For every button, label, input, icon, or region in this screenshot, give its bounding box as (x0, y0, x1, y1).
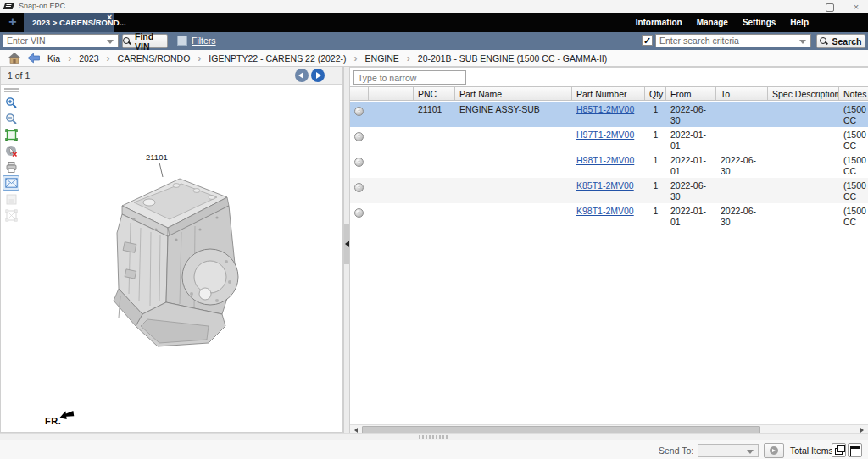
export-icon (3, 191, 19, 207)
col-header-qty[interactable]: Qty (645, 87, 666, 100)
table-row[interactable]: 21101 ENGINE ASSY-SUB H85T1-2MV00 1 2022… (350, 102, 868, 127)
expand-row-icon[interactable] (354, 132, 364, 141)
horizontal-splitter[interactable] (0, 433, 868, 440)
send-button[interactable] (764, 443, 784, 458)
chevron-separator-icon: › (198, 53, 201, 64)
menu-help[interactable]: Help (790, 18, 809, 27)
email-icon[interactable] (3, 175, 19, 191)
part-number-link[interactable]: H98T1-2MV00 (576, 155, 634, 165)
minimize-icon[interactable] (797, 2, 807, 12)
send-to-combobox[interactable] (698, 444, 759, 457)
col-header-pnc[interactable]: PNC (414, 87, 455, 100)
menu-settings[interactable]: Settings (743, 18, 776, 27)
breadcrumb-catalog[interactable]: IGENPTY22 - CARENS 22 (2022-) (209, 53, 346, 64)
part-number-link[interactable]: K85T1-2MV00 (576, 180, 634, 191)
splitter-grip-icon[interactable] (419, 435, 449, 439)
col-header-expand[interactable] (350, 87, 369, 100)
app-menu: Information Manage Settings Help (636, 13, 809, 32)
cell-spec (768, 127, 839, 152)
collapse-panel-icon[interactable] (345, 241, 349, 247)
part-number-link[interactable]: H97T1-2MV00 (576, 130, 634, 140)
search-bar: Find VIN Filters ✓ Search (0, 32, 868, 50)
window-icon[interactable] (848, 443, 862, 457)
tab-close-icon[interactable]: × (107, 13, 112, 22)
fit-icon[interactable] (3, 127, 19, 142)
cell-pnc: 21101 (414, 102, 455, 127)
print-icon[interactable] (3, 159, 19, 174)
search-label: Search (832, 36, 861, 47)
prev-page-icon[interactable] (295, 69, 309, 82)
cell-to (716, 127, 768, 152)
col-header-to[interactable]: To (716, 87, 768, 100)
filters-checkbox[interactable] (177, 36, 187, 46)
breadcrumb-year[interactable]: 2023 (79, 53, 98, 64)
col-header-spec-description[interactable]: Spec Description (768, 87, 839, 100)
chevron-separator-icon: › (354, 53, 358, 64)
cell-spec (768, 203, 839, 229)
breadcrumb-make[interactable]: Kia (47, 53, 60, 64)
vin-input[interactable] (7, 35, 103, 47)
front-arrow-icon (58, 409, 75, 420)
snap-on-epc-window: Snap-on EPC × + 2023 > CARENS/ROND... × … (0, 0, 868, 459)
chevron-down-icon[interactable] (107, 40, 114, 44)
cell-pnc (414, 203, 455, 229)
home-icon[interactable] (8, 53, 20, 64)
pointer-off-icon[interactable] (3, 143, 19, 158)
parts-panel: PNC Part Name Part Number Qty From To Sp… (350, 67, 868, 433)
table-row[interactable]: K85T1-2MV00 1 2022-06-30 (1500 CC - UNLE… (350, 178, 868, 203)
breadcrumb: Kia › 2023 › CARENS/RONDO › IGENPTY22 - … (0, 50, 868, 67)
cell-to: 2022-06-30 (716, 203, 768, 229)
criteria-combobox[interactable] (655, 34, 811, 47)
part-number-link[interactable]: H85T1-2MV00 (576, 104, 634, 114)
status-bar: Send To: Total Items: 0 (0, 440, 868, 459)
cell-spec (768, 102, 839, 127)
find-vin-search-icon (123, 37, 131, 46)
expand-row-icon[interactable] (354, 183, 364, 192)
table-row[interactable]: H97T1-2MV00 1 2022-01-01 (1500 CC - LEAD… (350, 127, 868, 152)
breadcrumb-section[interactable]: 20-201B - SUB ENGINE (1500 CC - GAMMA-II… (418, 53, 607, 64)
col-header-select[interactable] (369, 87, 414, 100)
cell-from: 2022-06-30 (666, 102, 716, 127)
engine-illustration[interactable]: 21101 (81, 152, 276, 362)
table-row[interactable]: H98T1-2MV00 1 2022-01-01 2022-06-30 (150… (350, 152, 868, 178)
cell-spec (768, 178, 839, 203)
filters-label[interactable]: Filters (192, 36, 216, 46)
jump-arrow-icon[interactable] (28, 53, 40, 64)
toolbar-grip[interactable] (4, 88, 19, 92)
chevron-down-icon[interactable] (799, 40, 806, 44)
criteria-checkbox[interactable]: ✓ (642, 35, 653, 46)
col-header-part-name[interactable]: Part Name (455, 87, 572, 100)
table-row[interactable]: K98T1-2MV00 1 2022-01-01 2022-06-30 (150… (350, 203, 868, 229)
cascade-icon[interactable] (832, 443, 846, 457)
zoom-in-icon[interactable] (3, 95, 19, 110)
tab-active[interactable]: 2023 > CARENS/ROND... × (24, 13, 114, 32)
search-button[interactable]: Search (816, 34, 865, 48)
col-header-part-number[interactable]: Part Number (572, 87, 645, 100)
expand-row-icon[interactable] (354, 208, 364, 218)
add-tab-button[interactable]: + (6, 14, 19, 30)
cell-qty: 1 (645, 102, 666, 127)
close-icon[interactable]: × (851, 2, 861, 12)
part-number-link[interactable]: K98T1-2MV00 (576, 206, 634, 216)
expand-row-icon[interactable] (354, 158, 364, 167)
breadcrumb-model[interactable]: CARENS/RONDO (118, 53, 191, 64)
menu-information[interactable]: Information (636, 18, 682, 27)
cell-part-name (455, 203, 572, 229)
maximize-icon[interactable] (824, 2, 834, 12)
zoom-out-icon[interactable] (3, 111, 19, 126)
find-vin-button[interactable]: Find VIN (122, 34, 168, 48)
breadcrumb-group[interactable]: ENGINE (365, 53, 399, 64)
cell-part-name (455, 178, 572, 203)
col-header-notes[interactable]: Notes (839, 87, 868, 100)
col-header-from[interactable]: From (666, 87, 716, 100)
expand-row-icon[interactable] (354, 107, 364, 116)
panel-splitter[interactable] (343, 67, 350, 433)
menu-manage[interactable]: Manage (697, 18, 728, 27)
next-page-icon[interactable] (311, 69, 325, 82)
vin-combobox[interactable] (3, 34, 119, 47)
part-callout-label[interactable]: 21101 (146, 152, 168, 162)
chevron-down-icon[interactable] (747, 450, 754, 454)
cell-from: 2022-01-01 (666, 127, 716, 152)
narrow-filter-input[interactable] (353, 70, 466, 85)
criteria-input[interactable] (659, 35, 795, 47)
